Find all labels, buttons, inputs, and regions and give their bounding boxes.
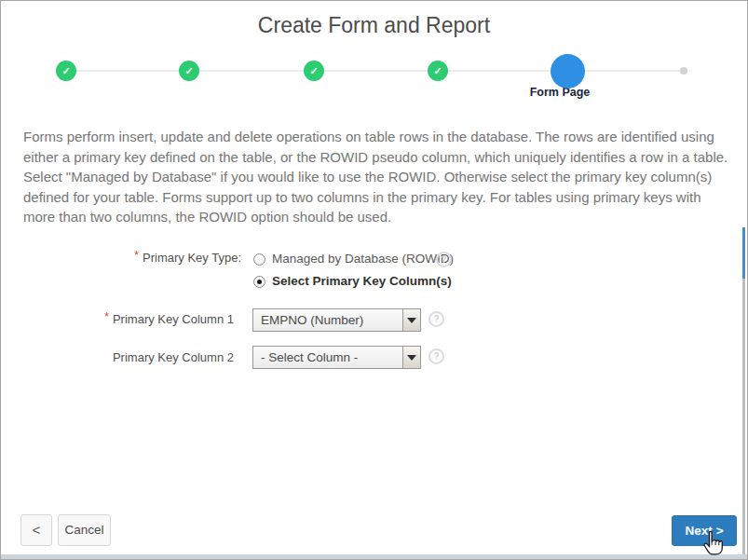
- hand-cursor-icon: [700, 529, 726, 557]
- required-marker: *: [104, 310, 109, 323]
- step-pending-dot: [680, 67, 687, 75]
- primary-key-column-1-label: *Primary Key Column 1: [48, 312, 234, 326]
- label-text: Primary Key Type:: [143, 251, 241, 265]
- primary-key-column-1-select[interactable]: EMPNO (Number): [252, 308, 421, 332]
- check-icon: ✓: [61, 65, 70, 76]
- check-icon: ✓: [309, 65, 318, 76]
- check-icon: ✓: [184, 65, 193, 76]
- label-text: Primary Key Column 2: [113, 350, 234, 364]
- chevron-down-icon: [407, 318, 416, 323]
- window-bottom-edge: [1, 554, 747, 559]
- primary-key-column-2-select[interactable]: - Select Column -: [252, 346, 421, 369]
- required-marker: *: [134, 249, 139, 262]
- page-title: Create Form and Report: [1, 13, 747, 38]
- primary-key-column-2-label: Primary Key Column 2: [48, 350, 234, 364]
- step-2-complete-icon: ✓: [179, 61, 199, 81]
- cancel-button[interactable]: Cancel: [58, 514, 111, 546]
- radio-icon-unchecked[interactable]: [253, 253, 265, 266]
- help-icon[interactable]: ?: [428, 311, 444, 327]
- radio-icon-checked[interactable]: [253, 276, 265, 288]
- selected-value: - Select Column -: [261, 347, 358, 368]
- create-form-and-report-dialog: Create Form and Report ✓ ✓ ✓ ✓ Form Page…: [0, 0, 748, 560]
- dropdown-arrow-button[interactable]: [402, 309, 420, 331]
- help-icon[interactable]: ?: [428, 348, 444, 364]
- check-icon: ✓: [433, 65, 442, 76]
- scrollbar-thumb[interactable]: [742, 227, 745, 279]
- back-button[interactable]: <: [20, 514, 52, 546]
- primary-key-type-label: *Primary Key Type:: [55, 251, 241, 265]
- step-4-complete-icon: ✓: [428, 61, 448, 81]
- step-3-complete-icon: ✓: [304, 61, 324, 81]
- selected-value: EMPNO (Number): [261, 309, 363, 331]
- step-1-complete-icon: ✓: [56, 61, 76, 81]
- wizard-description: Forms perform insert, update and delete …: [23, 127, 728, 227]
- radio-label[interactable]: Select Primary Key Column(s): [272, 274, 452, 288]
- current-step-label: Form Page: [516, 86, 604, 99]
- label-text: Primary Key Column 1: [113, 312, 234, 326]
- chevron-down-icon: [407, 355, 416, 361]
- stepper-line: [66, 70, 684, 72]
- scrollbar-track[interactable]: [742, 279, 745, 555]
- help-icon[interactable]: ?: [436, 252, 452, 267]
- step-current-circle: [551, 54, 585, 89]
- radio-label[interactable]: Managed by Database (ROWID): [272, 252, 454, 266]
- dropdown-arrow-button[interactable]: [402, 347, 420, 368]
